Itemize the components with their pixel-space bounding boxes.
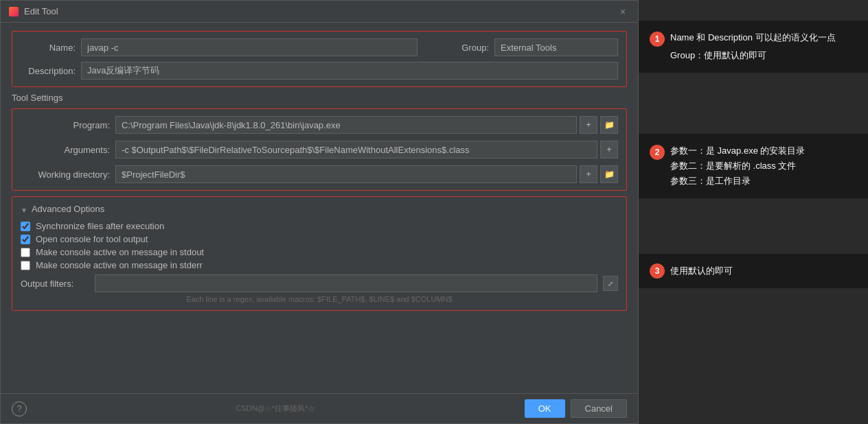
annotation-2-line1: 参数一：是 Javap.exe 的安装目录 <box>670 143 806 158</box>
dialog-title: Edit Tool <box>24 6 58 16</box>
dialog-footer: ? CSDN@☆*往事随风*☆ OK Cancel <box>1 393 638 423</box>
watermark: CSDN@☆*往事随风*☆ <box>236 403 315 414</box>
stderr-row: Make console active on message in stderr <box>21 260 618 270</box>
program-label: Program: <box>21 120 110 130</box>
arguments-label: Arguments: <box>21 145 110 155</box>
program-input[interactable] <box>115 116 577 134</box>
annotation-1-text: Name 和 Description 可以起的语义化一点 <box>670 30 836 45</box>
arguments-btn[interactable]: + <box>600 141 618 158</box>
sync-checkbox[interactable] <box>21 222 30 231</box>
group-input[interactable] <box>494 38 618 56</box>
working-dir-label: Working directory: <box>21 169 110 180</box>
description-row: Description: <box>21 62 618 80</box>
app-logo-icon <box>9 7 19 16</box>
annotation-1-badge: 1 <box>650 32 665 47</box>
working-dir-row: Working directory: + 📁 <box>21 165 618 183</box>
working-dir-folder-btn[interactable]: 📁 <box>600 165 618 183</box>
name-row: Name: Group: <box>21 38 618 56</box>
output-filters-input[interactable] <box>95 274 597 292</box>
advanced-options-header[interactable]: ▼ Advanced Options <box>21 204 618 217</box>
annotation-1: 1 Name 和 Description 可以起的语义化一点 Group：使用默… <box>639 21 868 73</box>
annotation-2-line2: 参数二：是要解析的 .class 文件 <box>670 158 806 174</box>
annotations-panel: 1 Name 和 Description 可以起的语义化一点 Group：使用默… <box>639 0 868 424</box>
footer-buttons: OK Cancel <box>525 399 627 418</box>
name-desc-section: Name: Group: Description: <box>12 31 627 87</box>
cancel-button[interactable]: Cancel <box>571 399 627 418</box>
name-label: Name: <box>21 43 76 53</box>
stderr-checkbox[interactable] <box>21 261 30 270</box>
stdout-label: Make console active on message in stdout <box>36 247 204 257</box>
open-console-label: Open console for tool output <box>36 234 148 244</box>
arguments-row: Arguments: + <box>21 141 618 158</box>
working-dir-input[interactable] <box>115 165 577 183</box>
close-button[interactable]: × <box>616 5 630 19</box>
name-input[interactable] <box>81 38 418 56</box>
description-label: Description: <box>21 66 76 76</box>
arguments-input[interactable] <box>115 141 597 158</box>
stdout-row: Make console active on message in stdout <box>21 247 618 257</box>
output-filters-expand-btn[interactable]: ⤢ <box>603 276 618 291</box>
program-add-btn[interactable]: + <box>580 116 597 134</box>
tool-settings-title: Tool Settings <box>12 93 62 103</box>
title-bar: Edit Tool × <box>1 1 638 23</box>
sync-row: Synchronize files after execution <box>21 221 618 231</box>
open-console-row: Open console for tool output <box>21 234 618 244</box>
sync-label: Synchronize files after execution <box>36 221 164 231</box>
annotation-3: 3 使用默认的即可 <box>639 254 868 288</box>
output-filters-row: Output filters: ⤢ <box>21 274 618 292</box>
stdout-checkbox[interactable] <box>21 248 30 257</box>
annotation-1-sub: Group：使用默认的即可 <box>670 48 836 63</box>
open-console-checkbox[interactable] <box>21 235 30 244</box>
annotation-2-line3: 参数三：是工作目录 <box>670 174 806 189</box>
working-dir-add-btn[interactable]: + <box>580 165 597 183</box>
edit-tool-dialog: Edit Tool × Name: Group: Description: To… <box>0 0 639 424</box>
annotation-2-badge: 2 <box>650 145 665 160</box>
tool-settings-section: Program: + 📁 Arguments: + Working direct… <box>12 108 627 191</box>
tool-settings-title-row: Tool Settings <box>12 93 627 103</box>
help-button[interactable]: ? <box>12 401 27 416</box>
ok-button[interactable]: OK <box>525 399 565 418</box>
hint-text: Each line is a regex, available macros: … <box>21 295 618 303</box>
advanced-inner: Synchronize files after execution Open c… <box>21 221 618 303</box>
advanced-section: ▼ Advanced Options Synchronize files aft… <box>12 196 627 311</box>
group-label: Group: <box>434 43 489 53</box>
program-folder-btn[interactable]: 📁 <box>600 116 618 134</box>
annotation-2: 2 参数一：是 Javap.exe 的安装目录 参数二：是要解析的 .class… <box>639 134 868 198</box>
annotation-3-badge: 3 <box>650 263 665 279</box>
dialog-content: Name: Group: Description: Tool Settings … <box>1 23 638 393</box>
advanced-title: Advanced Options <box>32 204 104 214</box>
program-row: Program: + 📁 <box>21 116 618 134</box>
annotation-3-text: 使用默认的即可 <box>670 263 733 279</box>
collapse-icon: ▼ <box>21 207 27 214</box>
output-filters-label: Output filters: <box>21 279 89 289</box>
stderr-label: Make console active on message in stderr <box>36 260 203 270</box>
description-input[interactable] <box>81 62 618 80</box>
